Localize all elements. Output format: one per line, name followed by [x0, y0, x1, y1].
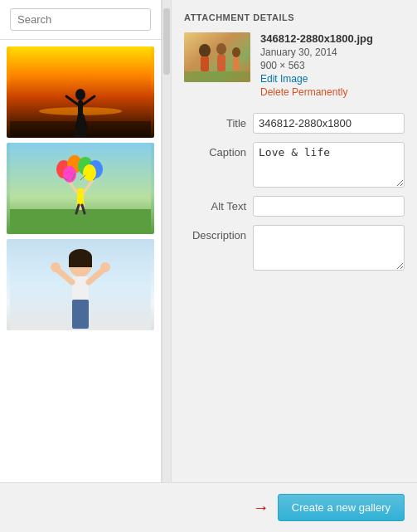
svg-rect-30	[69, 257, 92, 267]
svg-rect-43	[233, 57, 240, 71]
description-label: Description	[184, 225, 246, 242]
svg-rect-10	[10, 209, 151, 234]
caption-label: Caption	[184, 142, 246, 159]
main-container: ATTACHMENT DETAILS	[0, 0, 417, 482]
form-fields: Title Caption Love & life Alt Text Descr…	[184, 113, 405, 271]
alt-text-input[interactable]	[253, 196, 405, 217]
svg-rect-39	[201, 56, 209, 71]
svg-point-34	[51, 262, 61, 272]
description-textarea[interactable]	[253, 225, 405, 271]
attachment-info: 346812-2880x1800.jpg January 30, 2014 90…	[184, 32, 405, 98]
scroll-thumb[interactable]	[163, 8, 170, 75]
svg-point-2	[75, 89, 85, 100]
title-input[interactable]	[253, 113, 405, 134]
left-panel	[0, 0, 162, 482]
caption-textarea[interactable]: Love & life	[253, 142, 405, 188]
svg-point-40	[216, 43, 226, 55]
svg-rect-8	[10, 121, 151, 138]
attachment-filename: 346812-2880x1800.jpg	[260, 32, 373, 45]
svg-rect-36	[72, 300, 89, 329]
media-item-woman[interactable]	[7, 239, 154, 330]
attachment-date: January 30, 2014	[260, 46, 373, 58]
attachment-dimensions: 900 × 563	[260, 60, 373, 71]
search-input[interactable]	[10, 8, 151, 31]
svg-point-35	[100, 262, 110, 272]
right-panel: ATTACHMENT DETAILS	[172, 0, 417, 482]
svg-rect-44	[184, 71, 250, 82]
svg-point-1	[39, 107, 122, 115]
create-gallery-button[interactable]: Create a new gallery	[278, 494, 405, 521]
form-row-caption: Caption Love & life	[184, 142, 405, 188]
search-bar	[0, 0, 161, 40]
svg-point-42	[232, 47, 240, 57]
svg-point-22	[83, 164, 96, 181]
delete-permanently-link[interactable]: Delete Permanently	[260, 86, 373, 98]
svg-rect-12	[77, 188, 84, 205]
footer: → Create a new gallery	[0, 482, 417, 532]
svg-rect-41	[217, 55, 225, 71]
attachment-thumb	[184, 32, 250, 82]
media-item-balloon[interactable]	[7, 143, 154, 234]
svg-rect-31	[72, 276, 89, 301]
svg-rect-3	[78, 100, 83, 115]
media-grid	[0, 40, 161, 482]
alt-text-label: Alt Text	[184, 196, 246, 212]
svg-point-38	[199, 44, 211, 57]
form-row-description: Description	[184, 225, 405, 271]
attachment-meta: 346812-2880x1800.jpg January 30, 2014 90…	[260, 32, 373, 98]
form-row-title: Title	[184, 113, 405, 134]
scroll-divider	[162, 0, 172, 482]
media-item-sunset[interactable]	[7, 46, 154, 138]
edit-image-link[interactable]: Edit Image	[260, 73, 373, 85]
form-row-alt-text: Alt Text	[184, 196, 405, 217]
attachment-header: ATTACHMENT DETAILS	[184, 12, 405, 22]
title-label: Title	[184, 113, 246, 129]
arrow-icon: →	[253, 498, 269, 517]
